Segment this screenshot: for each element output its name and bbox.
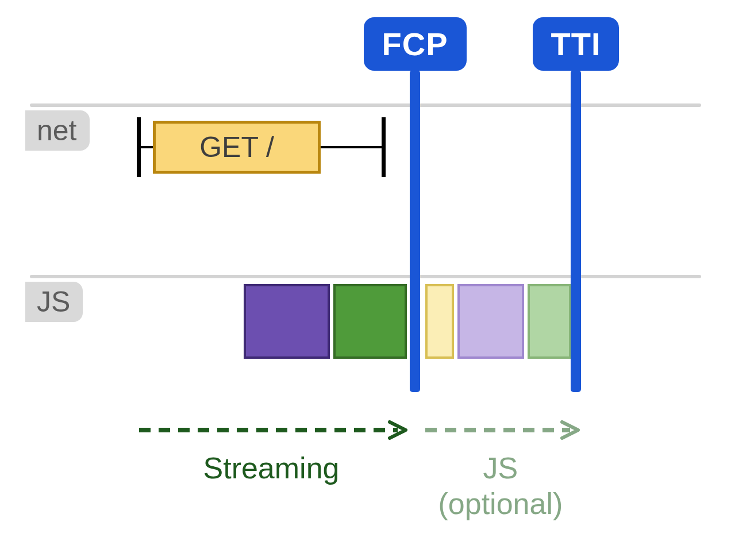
- js-optional-label-line2: (optional): [438, 486, 563, 521]
- net-get-box: GET /: [153, 121, 321, 174]
- fcp-marker-badge: FCP: [364, 17, 467, 71]
- task-green: [333, 284, 407, 359]
- js-lane-label: JS: [25, 282, 83, 322]
- timeline-diagram: net GET / JS FCPTTI Streaming JS (option…: [0, 0, 731, 560]
- js-lane-line: [30, 275, 701, 278]
- task-purple-light: [457, 284, 524, 359]
- task-purple: [244, 284, 330, 359]
- tti-marker-badge: TTI: [533, 17, 620, 71]
- net-lane-label: net: [25, 110, 90, 151]
- js-optional-arrow: [423, 419, 590, 442]
- streaming-arrow: [137, 419, 417, 442]
- js-optional-label-line1: JS: [483, 451, 518, 485]
- fcp-marker-line: [410, 70, 420, 392]
- task-yellow-light: [425, 284, 454, 359]
- streaming-label: Streaming: [203, 451, 340, 485]
- tti-marker-line: [571, 70, 581, 392]
- net-lane-line: [30, 103, 701, 107]
- task-green-light: [528, 284, 571, 359]
- net-span-right-tick: [382, 117, 386, 177]
